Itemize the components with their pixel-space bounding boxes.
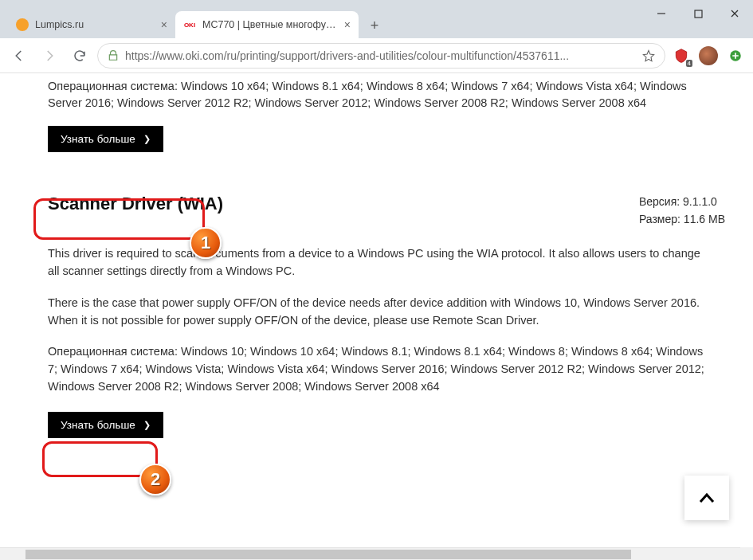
driver-desc-2: There is the case that power supply OFF/…: [0, 295, 753, 330]
driver-os-compat: Операционная система: Windows 10; Window…: [0, 343, 753, 395]
scroll-to-top-button[interactable]: [684, 476, 729, 520]
new-tab-button[interactable]: +: [363, 14, 386, 37]
address-bar[interactable]: https://www.oki.com/ru/printing/support/…: [97, 43, 665, 69]
close-icon[interactable]: ×: [161, 18, 167, 31]
svg-rect-1: [695, 10, 702, 18]
close-window-button[interactable]: [716, 0, 753, 27]
extension-icon[interactable]: [724, 45, 747, 67]
browser-toolbar: https://www.oki.com/ru/printing/support/…: [0, 38, 753, 73]
favicon-oki: OKI: [183, 18, 196, 31]
horizontal-scrollbar[interactable]: [0, 547, 740, 560]
size-value: 11.6 MB: [684, 213, 725, 225]
page-content: Операционная система: Windows 10 x64; Wi…: [0, 73, 753, 560]
annotation-marker-2: 2: [139, 464, 171, 495]
avatar: [699, 46, 718, 65]
chevron-right-icon: ❯: [143, 420, 151, 430]
url-text: https://www.oki.com/ru/printing/support/…: [125, 49, 636, 62]
back-button[interactable]: [6, 43, 32, 69]
tab-lumpics[interactable]: Lumpics.ru ×: [8, 11, 175, 38]
tab-title: MC770 | Цветные многофункци: [202, 19, 338, 30]
window-controls: [643, 0, 753, 27]
tab-oki[interactable]: OKI MC770 | Цветные многофункци ×: [175, 11, 359, 38]
driver-title: Scanner Driver (WIA): [0, 194, 223, 214]
extension-badge: 4: [686, 60, 692, 67]
version-label: Версия:: [639, 195, 680, 208]
lock-icon: [108, 50, 119, 61]
os-compat-text: Операционная система: Windows 10 x64; Wi…: [0, 78, 753, 112]
chevron-right-icon: ❯: [143, 134, 151, 144]
favicon-lumpics: [16, 18, 29, 31]
driver-desc-1: This driver is required to scan document…: [0, 245, 753, 280]
minimize-button[interactable]: [643, 0, 680, 27]
maximize-button[interactable]: [680, 0, 716, 27]
profile-avatar[interactable]: [697, 45, 720, 67]
learn-more-button[interactable]: Узнать больше ❯: [48, 412, 163, 438]
reload-button[interactable]: [67, 43, 92, 69]
forward-button[interactable]: [37, 43, 62, 69]
scrollbar-corner: [740, 547, 753, 560]
extension-adblock-icon[interactable]: 4: [670, 45, 692, 67]
button-label: Узнать больше: [61, 133, 135, 145]
bookmark-star-icon[interactable]: [642, 49, 655, 62]
annotation-highlight: [42, 441, 158, 477]
scrollbar-thumb[interactable]: [25, 550, 631, 559]
tab-title: Lumpics.ru: [35, 19, 155, 30]
driver-meta: Версия: 9.1.1.0 Размер: 11.6 MB: [639, 194, 753, 228]
size-label: Размер:: [639, 213, 680, 225]
titlebar: Lumpics.ru × OKI MC770 | Цветные многофу…: [0, 0, 753, 38]
version-value: 9.1.1.0: [683, 195, 717, 208]
learn-more-button[interactable]: Узнать больше ❯: [48, 126, 163, 152]
button-label: Узнать больше: [61, 419, 135, 431]
chevron-up-icon: [699, 492, 715, 503]
close-icon[interactable]: ×: [344, 18, 351, 31]
